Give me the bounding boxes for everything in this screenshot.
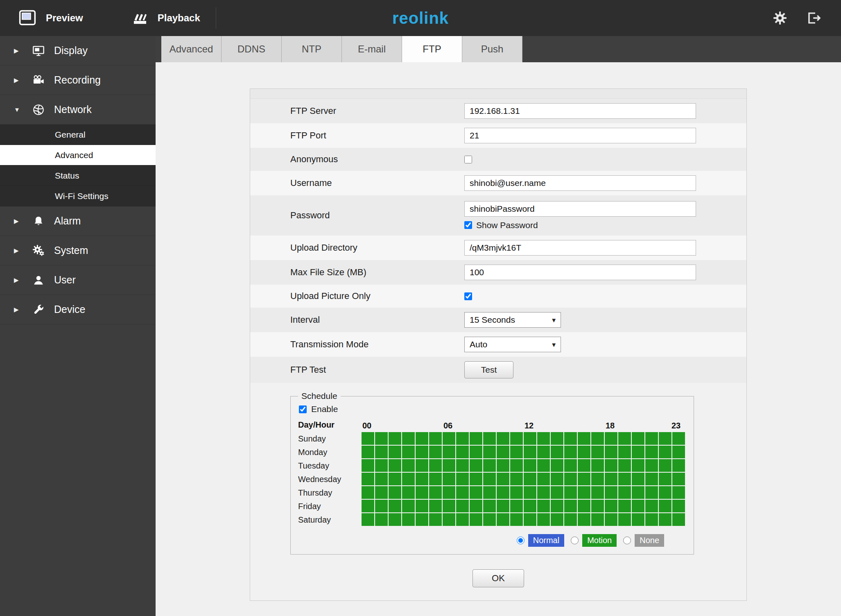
schedule-cell[interactable]	[470, 513, 482, 526]
schedule-cell[interactable]	[591, 446, 604, 458]
username-input[interactable]	[464, 175, 696, 191]
sidebar-item-device[interactable]: ▶ Device	[0, 295, 156, 324]
schedule-cell[interactable]	[456, 446, 469, 458]
schedule-cell[interactable]	[389, 513, 401, 526]
schedule-cell[interactable]	[645, 459, 658, 472]
schedule-cell[interactable]	[632, 486, 644, 499]
schedule-cell[interactable]	[389, 500, 401, 512]
schedule-cell[interactable]	[429, 513, 442, 526]
schedule-cell[interactable]	[483, 486, 496, 499]
schedule-cell[interactable]	[632, 432, 644, 445]
preview-nav[interactable]: Preview	[18, 9, 83, 27]
schedule-cell[interactable]	[375, 446, 388, 458]
schedule-cell[interactable]	[416, 486, 428, 499]
schedule-cell[interactable]	[605, 513, 617, 526]
schedule-cell[interactable]	[591, 432, 604, 445]
schedule-cell[interactable]	[456, 500, 469, 512]
schedule-cell[interactable]	[564, 486, 577, 499]
schedule-cell[interactable]	[645, 486, 658, 499]
schedule-cell[interactable]	[389, 473, 401, 485]
schedule-cell[interactable]	[578, 486, 590, 499]
schedule-cell[interactable]	[605, 459, 617, 472]
schedule-cell[interactable]	[429, 500, 442, 512]
normal-radio[interactable]	[517, 537, 524, 544]
schedule-cell[interactable]	[375, 513, 388, 526]
schedule-cell[interactable]	[416, 446, 428, 458]
schedule-cell[interactable]	[537, 500, 550, 512]
schedule-cell[interactable]	[456, 432, 469, 445]
schedule-cell[interactable]	[551, 446, 563, 458]
ftp-test-button[interactable]: Test	[464, 361, 513, 378]
schedule-cell[interactable]	[510, 446, 523, 458]
schedule-cell[interactable]	[362, 446, 374, 458]
schedule-cell[interactable]	[618, 500, 631, 512]
schedule-cell[interactable]	[618, 459, 631, 472]
schedule-cell[interactable]	[591, 459, 604, 472]
schedule-cell[interactable]	[362, 473, 374, 485]
schedule-cell[interactable]	[362, 513, 374, 526]
schedule-cell[interactable]	[402, 459, 415, 472]
schedule-cell[interactable]	[618, 486, 631, 499]
schedule-cell[interactable]	[645, 500, 658, 512]
schedule-cell[interactable]	[510, 473, 523, 485]
schedule-cell[interactable]	[645, 446, 658, 458]
schedule-cell[interactable]	[537, 446, 550, 458]
schedule-cell[interactable]	[416, 473, 428, 485]
schedule-cell[interactable]	[443, 459, 455, 472]
schedule-cell[interactable]	[672, 473, 685, 485]
schedule-cell[interactable]	[497, 513, 509, 526]
schedule-cell[interactable]	[429, 473, 442, 485]
none-radio[interactable]	[623, 537, 631, 544]
sidebar-item-recording[interactable]: ▶ Recording	[0, 66, 156, 95]
schedule-cell[interactable]	[429, 486, 442, 499]
schedule-cell[interactable]	[605, 486, 617, 499]
sidebar-subitem-general[interactable]: General	[0, 125, 156, 145]
schedule-cell[interactable]	[402, 486, 415, 499]
schedule-cell[interactable]	[389, 486, 401, 499]
schedule-cell[interactable]	[524, 446, 536, 458]
schedule-cell[interactable]	[524, 500, 536, 512]
schedule-cell[interactable]	[618, 432, 631, 445]
schedule-cell[interactable]	[483, 500, 496, 512]
schedule-cell[interactable]	[443, 513, 455, 526]
schedule-cell[interactable]	[659, 513, 671, 526]
sidebar-item-system[interactable]: ▶	[0, 236, 156, 265]
schedule-cell[interactable]	[443, 432, 455, 445]
schedule-enable-checkbox[interactable]	[299, 405, 307, 413]
schedule-cell[interactable]	[672, 513, 685, 526]
schedule-cell[interactable]	[537, 432, 550, 445]
schedule-cell[interactable]	[578, 500, 590, 512]
schedule-cell[interactable]	[416, 432, 428, 445]
schedule-cell[interactable]	[564, 446, 577, 458]
schedule-cell[interactable]	[389, 446, 401, 458]
tab-push[interactable]: Push	[462, 36, 522, 62]
schedule-cell[interactable]	[375, 500, 388, 512]
schedule-cell[interactable]	[402, 513, 415, 526]
schedule-cell[interactable]	[551, 513, 563, 526]
schedule-cell[interactable]	[416, 513, 428, 526]
schedule-cell[interactable]	[605, 473, 617, 485]
schedule-cell[interactable]	[564, 459, 577, 472]
tab-ftp[interactable]: FTP	[402, 36, 462, 62]
schedule-cell[interactable]	[672, 459, 685, 472]
schedule-cell[interactable]	[402, 432, 415, 445]
schedule-cell[interactable]	[645, 473, 658, 485]
schedule-cell[interactable]	[375, 432, 388, 445]
schedule-cell[interactable]	[497, 459, 509, 472]
tab-ddns[interactable]: DDNS	[222, 36, 282, 62]
schedule-cell[interactable]	[497, 432, 509, 445]
schedule-cell[interactable]	[605, 432, 617, 445]
schedule-cell[interactable]	[537, 459, 550, 472]
upload-directory-input[interactable]	[464, 240, 696, 256]
schedule-cell[interactable]	[659, 446, 671, 458]
schedule-cell[interactable]	[375, 486, 388, 499]
schedule-cell[interactable]	[578, 513, 590, 526]
schedule-cell[interactable]	[524, 473, 536, 485]
sidebar-subitem-advanced[interactable]: Advanced	[0, 145, 156, 165]
schedule-cell[interactable]	[524, 513, 536, 526]
schedule-cell[interactable]	[564, 500, 577, 512]
schedule-cell[interactable]	[497, 446, 509, 458]
schedule-cell[interactable]	[605, 446, 617, 458]
schedule-cell[interactable]	[618, 446, 631, 458]
schedule-cell[interactable]	[537, 513, 550, 526]
